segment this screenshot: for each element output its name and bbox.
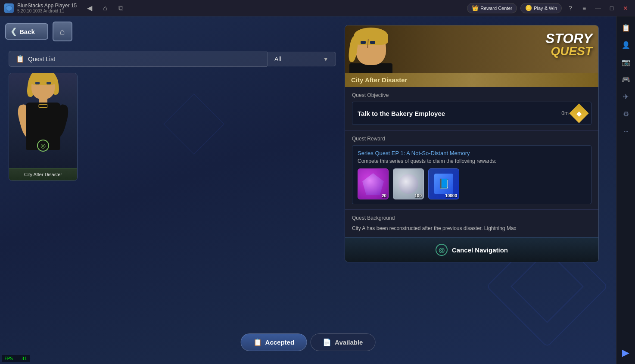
reward-center-btn[interactable]: 👑 Reward Center bbox=[467, 3, 517, 13]
help-btn[interactable]: ? bbox=[565, 3, 576, 13]
quest-background-section: Quest Background City A has been reconst… bbox=[345, 210, 598, 237]
reward-coin-count: 100 bbox=[414, 193, 422, 198]
series-label: Series Quest bbox=[358, 150, 390, 156]
quest-cards: STORY bbox=[9, 73, 336, 181]
right-sidebar: 📋 👤 📷 🎮 ✈ ⚙ ··· ▶ bbox=[616, 16, 635, 364]
titlebar-rewards: 👑 Reward Center 🪙 Play & Win ? ≡ — □ ✕ bbox=[467, 3, 631, 13]
close-btn[interactable]: ✕ bbox=[620, 3, 631, 13]
app-name: BlueStacks App Player 15 bbox=[17, 3, 77, 9]
diamond-icon: ◆ bbox=[576, 109, 582, 118]
titlebar: BlueStacks App Player 15 5.20.10.1003 An… bbox=[0, 0, 635, 16]
coin-icon: 🪙 bbox=[525, 5, 532, 11]
tab-accepted[interactable]: 📋 Accepted bbox=[241, 333, 307, 351]
maximize-btn[interactable]: □ bbox=[607, 3, 617, 13]
nav-back-btn[interactable]: ◀ bbox=[84, 3, 95, 13]
quest-distance: 0m bbox=[561, 110, 569, 116]
available-tab-label: Available bbox=[335, 339, 363, 346]
quest-list-header: 📋 Quest List All ▼ bbox=[9, 51, 336, 67]
top-bar: ❮ Back ⌂ bbox=[5, 22, 72, 41]
reward-gem-count: 20 bbox=[382, 193, 386, 198]
quest-nav-diamond[interactable]: ◆ bbox=[569, 103, 588, 123]
sidebar-icon-clipboard[interactable]: 📋 bbox=[618, 20, 634, 35]
quest-reward-items: 20 100 📘 10000 bbox=[358, 168, 586, 199]
quest-header-char bbox=[345, 25, 431, 73]
quest-objective-text: Talk to the Bakery Employee bbox=[358, 110, 445, 117]
home-icon: ⌂ bbox=[60, 27, 65, 37]
quest-list-title-box: 📋 Quest List bbox=[9, 51, 267, 67]
nav-home-btn[interactable]: ⌂ bbox=[100, 3, 110, 13]
reward-item-book: 📘 10000 bbox=[428, 168, 459, 199]
svg-marker-0 bbox=[6, 5, 12, 11]
quest-card-image: ◎ bbox=[9, 73, 77, 168]
tab-available[interactable]: 📄 Available bbox=[310, 333, 375, 351]
quest-card-label: City After Disaster bbox=[9, 168, 77, 180]
story-label: STORY bbox=[545, 31, 592, 45]
nav-windows-btn[interactable]: ⧉ bbox=[115, 3, 126, 13]
quest-detail-title: City After Disaster bbox=[351, 76, 407, 84]
minimize-btn[interactable]: — bbox=[593, 3, 603, 13]
available-tab-icon: 📄 bbox=[323, 338, 331, 346]
accepted-tab-label: Accepted bbox=[265, 339, 295, 346]
quest-reward-box: Series Quest EP 1: A Not-So-Distant Memo… bbox=[352, 145, 591, 204]
accepted-tab-icon: 📋 bbox=[253, 338, 262, 346]
sidebar-icon-camera[interactable]: 📷 bbox=[618, 54, 634, 70]
reward-book-count: 10000 bbox=[445, 193, 457, 198]
fps-counter: FPS 31 bbox=[2, 355, 30, 362]
main-content: ❮ Back ⌂ 📋 Quest List All ▼ STORY bbox=[0, 16, 616, 364]
quest-reward-title: Quest Reward bbox=[352, 136, 591, 142]
quest-detail-header: STORY QUEST bbox=[345, 25, 598, 73]
back-button[interactable]: ❮ Back bbox=[5, 23, 48, 40]
menu-btn[interactable]: ≡ bbox=[579, 3, 589, 13]
cancel-nav-label: Cancel Navigation bbox=[452, 246, 508, 254]
quest-reward-section: Quest Reward Series Quest EP 1: A Not-So… bbox=[345, 131, 598, 210]
quest-objective-section: Quest Objective Talk to the Bakery Emplo… bbox=[345, 87, 598, 131]
quest-list-title: Quest List bbox=[28, 56, 55, 62]
fps-label: FPS bbox=[4, 356, 13, 361]
cancel-navigation-button[interactable]: ◎ Cancel Navigation bbox=[345, 237, 598, 262]
quest-objective-box: Talk to the Bakery Employee 0m ◆ bbox=[352, 102, 591, 125]
sidebar-icon-location[interactable]: ✈ bbox=[618, 89, 634, 104]
quest-detail-panel: STORY QUEST City After Disaster Quest Ob… bbox=[345, 25, 599, 262]
play-win-label: Play & Win bbox=[534, 6, 557, 11]
fps-value: 31 bbox=[22, 356, 27, 361]
reward-item-gem: 20 bbox=[358, 168, 389, 199]
story-quest-badge: STORY QUEST bbox=[545, 31, 592, 57]
cancel-nav-icon: ◎ bbox=[436, 244, 448, 256]
bottom-tabs: 📋 Accepted 📄 Available bbox=[241, 333, 376, 351]
quest-list-panel: 📋 Quest List All ▼ STORY bbox=[9, 51, 336, 181]
back-arrow-icon: ❮ bbox=[10, 27, 17, 36]
quest-objective-title: Quest Objective bbox=[352, 92, 591, 98]
sidebar-icon-arrow[interactable]: ▶ bbox=[618, 345, 634, 361]
quest-reward-desc: Compete this series of quests to claim t… bbox=[358, 158, 586, 164]
reward-item-coin: 100 bbox=[393, 168, 424, 199]
series-name: EP 1: A Not-So-Distant Memory bbox=[392, 150, 470, 156]
chevron-down-icon: ▼ bbox=[323, 56, 329, 62]
quest-background-title: Quest Background bbox=[352, 215, 591, 221]
reward-center-label: Reward Center bbox=[480, 6, 512, 11]
quest-objective-right: 0m ◆ bbox=[561, 106, 586, 120]
quest-filter-dropdown[interactable]: All ▼ bbox=[267, 52, 336, 66]
crown-icon: 👑 bbox=[472, 5, 479, 11]
sidebar-icon-more[interactable]: ··· bbox=[618, 123, 634, 139]
quest-background-text: City A has been reconstructed after the … bbox=[352, 224, 591, 232]
quest-detail-title-bar: City After Disaster bbox=[345, 73, 598, 87]
quest-card-nav-icon: ◎ bbox=[37, 140, 49, 152]
sidebar-icon-user[interactable]: 👤 bbox=[618, 37, 634, 53]
quest-list-icon: 📋 bbox=[16, 55, 25, 63]
quest-reward-series: Series Quest EP 1: A Not-So-Distant Memo… bbox=[358, 150, 586, 156]
app-version: 5.20.10.1003 Android 11 bbox=[17, 9, 77, 13]
app-logo bbox=[4, 3, 14, 13]
home-button[interactable]: ⌂ bbox=[53, 22, 72, 41]
back-label: Back bbox=[19, 28, 35, 35]
sidebar-icon-gamepad[interactable]: 🎮 bbox=[618, 72, 634, 87]
sidebar-icon-settings[interactable]: ⚙ bbox=[618, 106, 634, 121]
quest-card-city-disaster[interactable]: STORY bbox=[9, 73, 78, 181]
titlebar-nav: ◀ ⌂ ⧉ bbox=[84, 3, 126, 13]
quest-detail-body: Quest Objective Talk to the Bakery Emplo… bbox=[345, 87, 598, 262]
quest-label: QUEST bbox=[551, 45, 592, 57]
filter-selected: All bbox=[274, 56, 318, 62]
play-win-btn[interactable]: 🪙 Play & Win bbox=[520, 3, 562, 13]
